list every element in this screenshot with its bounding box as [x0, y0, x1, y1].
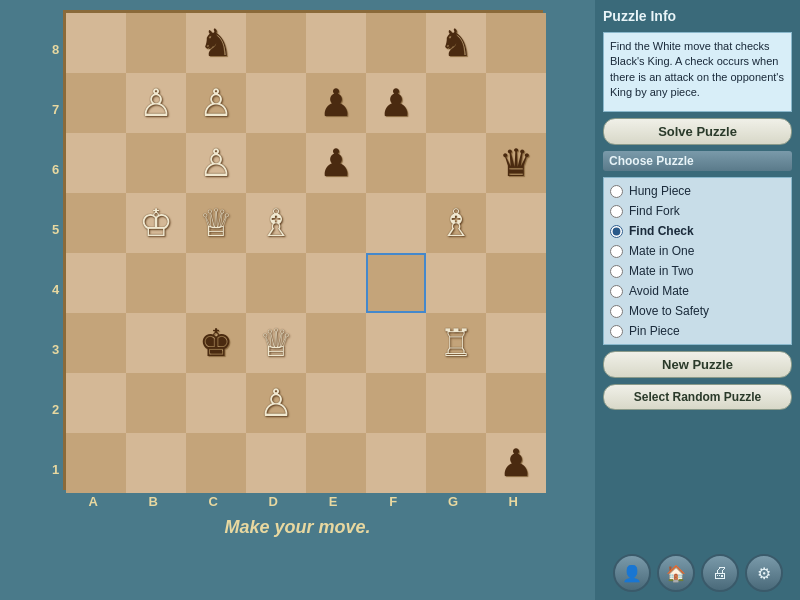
- board-cell[interactable]: [246, 253, 306, 313]
- board-cell[interactable]: [306, 433, 366, 493]
- bottom-icon-bar: 👤 🏠 🖨 ⚙: [603, 550, 792, 592]
- board-cell[interactable]: [486, 373, 546, 433]
- rank-5: 5: [52, 200, 59, 260]
- board-cell[interactable]: ♙: [186, 133, 246, 193]
- board-cell[interactable]: [186, 253, 246, 313]
- board-cell[interactable]: [126, 433, 186, 493]
- board-cell[interactable]: [486, 193, 546, 253]
- puzzle-type-find-fork[interactable]: Find Fork: [610, 202, 785, 220]
- profile-icon-button[interactable]: 👤: [613, 554, 651, 592]
- board-cell[interactable]: [306, 193, 366, 253]
- home-icon-button[interactable]: 🏠: [657, 554, 695, 592]
- puzzle-type-radio-pin-piece[interactable]: [610, 325, 623, 338]
- board-cell[interactable]: ♖: [426, 313, 486, 373]
- puzzle-type-mate-in-two[interactable]: Mate in Two: [610, 262, 785, 280]
- board-cell[interactable]: [426, 433, 486, 493]
- board-cell[interactable]: ♗: [426, 193, 486, 253]
- board-cell[interactable]: [366, 253, 426, 313]
- board-cell[interactable]: [426, 373, 486, 433]
- board-cell[interactable]: ♛: [486, 133, 546, 193]
- puzzle-type-radio-hung-piece[interactable]: [610, 185, 623, 198]
- board-cell[interactable]: [486, 313, 546, 373]
- file-e: E: [303, 494, 363, 509]
- file-c: C: [183, 494, 243, 509]
- puzzle-type-find-check[interactable]: Find Check: [610, 222, 785, 240]
- puzzle-type-radio-mate-in-two[interactable]: [610, 265, 623, 278]
- board-cell[interactable]: [366, 433, 426, 493]
- black-piece: ♟: [319, 144, 353, 182]
- board-cell[interactable]: ♕: [186, 193, 246, 253]
- board-cell[interactable]: ♙: [246, 373, 306, 433]
- board-cell[interactable]: [66, 433, 126, 493]
- puzzle-type-pin-piece[interactable]: Pin Piece: [610, 322, 785, 340]
- chess-board[interactable]: ♞♞♙♙♟♟♙♟♛♔♕♗♗♚♕♖♙♟: [63, 10, 543, 490]
- board-cell[interactable]: ♙: [126, 73, 186, 133]
- board-cell[interactable]: [486, 73, 546, 133]
- board-cell[interactable]: [66, 73, 126, 133]
- board-cell[interactable]: [246, 433, 306, 493]
- board-cell[interactable]: [66, 13, 126, 73]
- board-cell[interactable]: [66, 193, 126, 253]
- board-cell[interactable]: [366, 313, 426, 373]
- puzzle-type-radio-find-fork[interactable]: [610, 205, 623, 218]
- board-cell[interactable]: ♕: [246, 313, 306, 373]
- board-cell[interactable]: [126, 373, 186, 433]
- puzzle-type-radio-avoid-mate[interactable]: [610, 285, 623, 298]
- board-cell[interactable]: [126, 313, 186, 373]
- board-cell[interactable]: [426, 73, 486, 133]
- white-piece: ♔: [139, 204, 173, 242]
- board-cell[interactable]: ♗: [246, 193, 306, 253]
- board-cell[interactable]: [486, 13, 546, 73]
- board-cell[interactable]: ♟: [366, 73, 426, 133]
- puzzle-type-avoid-mate[interactable]: Avoid Mate: [610, 282, 785, 300]
- board-cell[interactable]: [366, 13, 426, 73]
- board-cell[interactable]: ♟: [486, 433, 546, 493]
- board-cell[interactable]: [126, 133, 186, 193]
- board-cell[interactable]: [126, 13, 186, 73]
- rank-4: 4: [52, 260, 59, 320]
- board-cell[interactable]: ♞: [426, 13, 486, 73]
- board-cell[interactable]: [66, 313, 126, 373]
- board-cell[interactable]: [126, 253, 186, 313]
- puzzle-type-move-to-safety[interactable]: Move to Safety: [610, 302, 785, 320]
- black-piece: ♟: [499, 444, 533, 482]
- board-cell[interactable]: [426, 253, 486, 313]
- rank-1: 1: [52, 440, 59, 500]
- board-cell[interactable]: [366, 373, 426, 433]
- puzzle-type-hung-piece[interactable]: Hung Piece: [610, 182, 785, 200]
- puzzle-type-label-avoid-mate: Avoid Mate: [629, 284, 689, 298]
- board-cell[interactable]: ♟: [306, 133, 366, 193]
- board-cell[interactable]: [66, 133, 126, 193]
- board-cell[interactable]: [186, 433, 246, 493]
- puzzle-type-radio-find-check[interactable]: [610, 225, 623, 238]
- board-cell[interactable]: [246, 133, 306, 193]
- board-cell[interactable]: [306, 373, 366, 433]
- board-cell[interactable]: [306, 313, 366, 373]
- board-cell[interactable]: ♔: [126, 193, 186, 253]
- select-random-button[interactable]: Select Random Puzzle: [603, 384, 792, 410]
- board-cell[interactable]: [66, 253, 126, 313]
- board-cell[interactable]: [366, 193, 426, 253]
- settings-icon-button[interactable]: ⚙: [745, 554, 783, 592]
- board-cell[interactable]: ♞: [186, 13, 246, 73]
- board-cell[interactable]: ♟: [306, 73, 366, 133]
- board-cell[interactable]: [306, 253, 366, 313]
- board-cell[interactable]: [246, 13, 306, 73]
- board-cell[interactable]: [246, 73, 306, 133]
- new-puzzle-button[interactable]: New Puzzle: [603, 351, 792, 378]
- puzzle-type-mate-in-one[interactable]: Mate in One: [610, 242, 785, 260]
- solve-puzzle-button[interactable]: Solve Puzzle: [603, 118, 792, 145]
- board-cell[interactable]: ♙: [186, 73, 246, 133]
- board-cell[interactable]: [186, 373, 246, 433]
- puzzle-type-radio-move-to-safety[interactable]: [610, 305, 623, 318]
- puzzle-type-radio-mate-in-one[interactable]: [610, 245, 623, 258]
- board-cell[interactable]: [426, 133, 486, 193]
- board-cell[interactable]: ♚: [186, 313, 246, 373]
- board-cell[interactable]: [66, 373, 126, 433]
- black-piece: ♟: [319, 84, 353, 122]
- board-cell[interactable]: [366, 133, 426, 193]
- print-icon-button[interactable]: 🖨: [701, 554, 739, 592]
- board-cell[interactable]: [306, 13, 366, 73]
- board-cell[interactable]: [486, 253, 546, 313]
- status-text: Make your move.: [224, 517, 370, 538]
